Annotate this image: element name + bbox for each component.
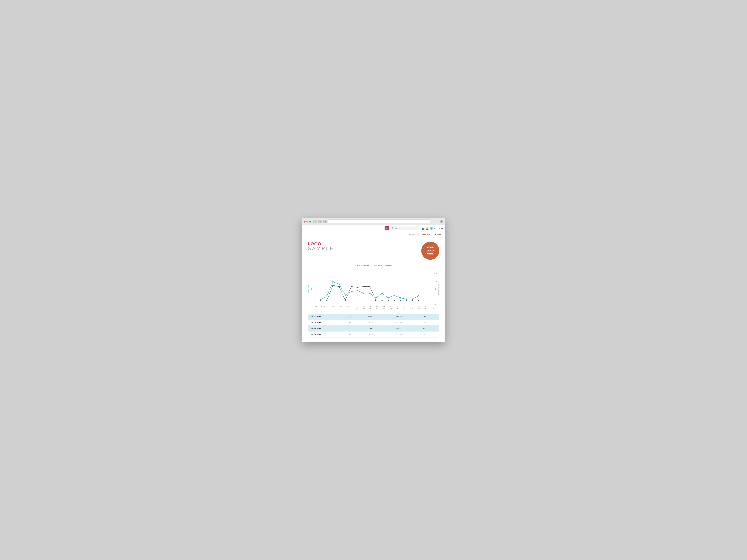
globe-icon[interactable]: 🌐 (430, 227, 433, 230)
x-label-3jan: 3. Jan (321, 306, 325, 309)
chart-legend: →● Page Views →● Page Impressions (308, 264, 439, 267)
table-row: Jan 16 2017 73 44,766 42,087 54 (308, 325, 439, 331)
legend-page-views: →● Page Views (355, 264, 369, 267)
table-cell-val4: 121 (420, 331, 439, 338)
svg-point-28 (357, 287, 358, 288)
table-row: Jan 09 2017 192 244,735 221,230 121 (308, 320, 439, 325)
table-cell-val3: 221,230 (392, 320, 420, 325)
table-cell-val3: 149,470 (392, 314, 420, 320)
x-label-27jan: 27.Jan (410, 306, 413, 309)
x-axis-labels: 1. Jan 3. Jan 5. Jan 7. Jan 9. Jan 11.Ja… (313, 306, 434, 309)
settings-icon[interactable]: ⚙ (434, 227, 436, 230)
tab-icon[interactable]: ⊞ (324, 220, 327, 223)
app-toolbar: + 🔍 👥 🔔 🌐 ⚙ ▭ ↪ (302, 225, 445, 232)
chart-svg (313, 269, 434, 304)
minimize-button[interactable] (306, 220, 308, 222)
y-axis-left-wrapper: Page Views 80 60 40 20 0 (308, 269, 313, 309)
logout-icon[interactable]: ↪ (441, 227, 443, 230)
table-cell-val2: 168,457 (364, 314, 392, 320)
x-label-11jan: 11.Jan (355, 306, 358, 309)
forward-button[interactable]: › (318, 220, 322, 223)
x-label-23jan: 23.Jan (397, 306, 399, 309)
page-content: LOGO SAMPLE YOURLOGOHERE →● Page Views →… (302, 237, 445, 342)
y-left-tick-80: 80 (310, 272, 312, 274)
chart-area: 1. Jan 3. Jan 5. Jan 7. Jan 9. Jan 11.Ja… (313, 269, 434, 309)
logo-text: LOGO (308, 242, 334, 246)
page-views-legend-icon: →● (355, 264, 358, 267)
y-left-tick-0: 0 (311, 303, 312, 305)
address-bar[interactable] (328, 219, 430, 223)
svg-point-7 (332, 281, 334, 283)
x-label-13jan: 13.Jan (362, 306, 364, 309)
x-label-25jan: 25.Jan (404, 306, 406, 309)
new-tab-button[interactable]: + (440, 220, 443, 223)
send-button[interactable]: ✉ Send (407, 233, 417, 236)
search-bar: 🔍 (390, 226, 420, 230)
close-button[interactable] (304, 220, 306, 222)
table-cell-val4: 100 (420, 314, 439, 320)
bell-icon[interactable]: 🔔 (426, 227, 429, 230)
duplicate-icon[interactable]: ⧉ (436, 220, 439, 223)
x-label-19jan: 19.Jan (383, 306, 385, 309)
window-icon[interactable]: ▭ (437, 227, 440, 230)
table-row: Jan 02 2017 182 168,457 149,470 100 (308, 314, 439, 320)
svg-point-11 (357, 290, 358, 291)
x-label-17jan: 17.Jan (376, 306, 378, 309)
table-row: Jan 09 2017 192 244,735 221,230 121 (308, 331, 439, 338)
chart-container: Page Views 80 60 40 20 0 (308, 269, 439, 309)
traffic-lights (304, 220, 311, 222)
svg-point-29 (363, 286, 364, 287)
data-table: Jan 02 2017 182 168,457 149,470 100 Jan … (308, 314, 439, 338)
x-label-2feb: 2.Feb (431, 306, 434, 309)
svg-point-20 (412, 298, 413, 300)
y-right-tick-80k: 80k (434, 272, 437, 274)
svg-point-17 (394, 295, 395, 296)
x-label-15jan: 15.Jan (369, 306, 371, 309)
x-label-29jan: 29.Jan (417, 306, 420, 309)
back-button[interactable]: ‹ (313, 220, 317, 223)
search-icon: 🔍 (392, 227, 394, 230)
send-icon: ✉ (409, 234, 411, 236)
table-cell-val1: 73 (345, 325, 364, 331)
action-buttons: ✉ Send ⬇ Download ▾ More (302, 232, 445, 237)
svg-point-8 (338, 284, 340, 285)
search-input[interactable] (395, 227, 418, 230)
y-axis-right-label: Page Impressions (437, 283, 439, 296)
browser-window: ‹ › ⊞ ⬆ ⧉ + + 🔍 👥 🔔 🌐 ⚙ ▭ ↪ ✉ Send (302, 218, 445, 342)
svg-point-18 (400, 297, 401, 298)
svg-point-25 (338, 286, 340, 287)
table-cell-date: Jan 16 2017 (308, 325, 345, 331)
table-cell-date: Jan 09 2017 (308, 331, 345, 338)
svg-point-24 (332, 285, 334, 286)
x-label-7jan: 7. Jan (338, 306, 342, 309)
svg-point-19 (406, 298, 407, 300)
legend-page-impressions: →● Page Impressions (374, 264, 392, 267)
svg-point-10 (351, 291, 352, 292)
table-cell-val2: 244,735 (364, 320, 392, 325)
table-cell-val4: 54 (420, 325, 439, 331)
svg-point-15 (381, 293, 383, 294)
table-cell-val2: 244,735 (364, 331, 392, 338)
users-icon[interactable]: 👥 (421, 227, 424, 230)
table-cell-val1: 182 (345, 314, 364, 320)
y-right-tick-20k: 20k (434, 296, 437, 298)
download-button[interactable]: ⬇ Download (418, 233, 432, 236)
svg-point-6 (326, 295, 328, 297)
chevron-down-icon: ▾ (435, 234, 436, 236)
chart-section: →● Page Views →● Page Impressions Page V… (308, 264, 439, 309)
more-button[interactable]: ▾ More (433, 233, 443, 236)
y-axis-left-label: Page Views (308, 285, 310, 293)
table-cell-date: Jan 09 2017 (308, 320, 345, 325)
svg-point-9 (345, 294, 346, 296)
y-axis-right-wrapper: 80k 60k 40k 20k 0k Page Impressions (434, 269, 439, 309)
x-label-1jan: 1. Jan (313, 306, 316, 309)
svg-point-14 (375, 297, 377, 298)
toolbar-icons: 👥 🔔 🌐 ⚙ ▭ ↪ (421, 227, 443, 230)
y-right-tick-40k: 40k (434, 288, 437, 290)
maximize-button[interactable] (309, 220, 311, 222)
share-icon[interactable]: ⬆ (431, 220, 435, 223)
table-cell-val4: 121 (420, 320, 439, 325)
browser-chrome: ‹ › ⊞ ⬆ ⧉ + (302, 218, 445, 225)
plus-button[interactable]: + (385, 226, 389, 231)
page-impressions-legend-icon: →● (374, 264, 377, 267)
